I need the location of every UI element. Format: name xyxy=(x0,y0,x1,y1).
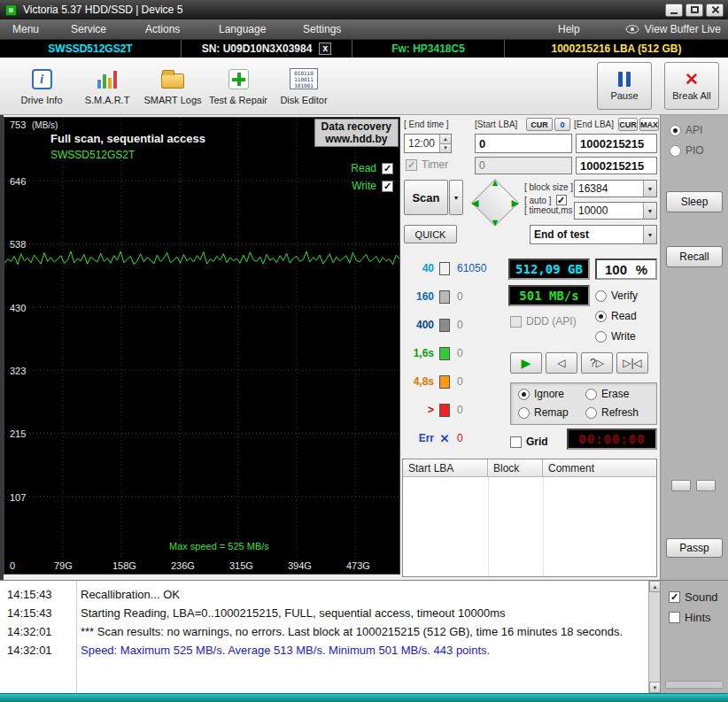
maximize-button[interactable] xyxy=(685,4,703,17)
mini-button-2[interactable] xyxy=(696,480,716,491)
step-back-button[interactable]: ◁ xyxy=(546,352,577,374)
remap-radio-row[interactable]: Remap xyxy=(518,406,569,419)
write-radio[interactable] xyxy=(595,331,607,343)
spin-down-icon[interactable]: ▼ xyxy=(440,143,451,153)
ddd-checkbox[interactable]: ✓ xyxy=(510,316,522,328)
menu-item-help[interactable]: Help xyxy=(558,23,580,35)
sound-checkbox[interactable]: ✓ xyxy=(669,591,680,603)
timer-checkbox-row[interactable]: ✓ Timer xyxy=(406,158,448,171)
grid-checkbox-row[interactable]: ✓ Grid xyxy=(510,436,548,448)
chevron-down-icon[interactable]: ▼ xyxy=(643,181,656,197)
pad-right-icon[interactable]: ▶ xyxy=(512,198,519,208)
max-speed-note: Max speed = 525 MB/s xyxy=(169,541,269,552)
drive-info-button[interactable]: i Drive Info xyxy=(9,60,74,112)
erase-radio[interactable] xyxy=(585,389,597,400)
y-tick: 323 xyxy=(10,366,26,376)
menu-item-service[interactable]: Service xyxy=(71,23,106,35)
minimize-button[interactable] xyxy=(665,4,683,17)
start-lba-input[interactable]: 0 xyxy=(475,134,572,153)
sound-checkbox-row[interactable]: ✓ Sound xyxy=(669,590,718,604)
verify-radio[interactable] xyxy=(595,290,607,302)
speed-display: 501 MB/s xyxy=(508,285,590,306)
seek-ends-button[interactable]: ▷|◁ xyxy=(616,352,648,374)
api-radio[interactable] xyxy=(670,125,681,136)
start-lba-zero-button[interactable]: 0 xyxy=(554,118,570,131)
start-lba-cur-button[interactable]: CUR xyxy=(526,118,553,131)
ignore-radio[interactable] xyxy=(518,389,530,400)
pad-left-icon[interactable]: ◀ xyxy=(471,198,478,208)
read-radio-row[interactable]: Read xyxy=(595,310,637,322)
binary-editor-icon: 010110 110011 101001 xyxy=(290,68,318,89)
navigation-pad[interactable]: ▲ ◀ ▶ ▼ xyxy=(468,175,523,230)
auto-checkbox-row[interactable]: [ auto ] ✓ xyxy=(524,195,567,205)
scan-dropdown-button[interactable]: ▼ xyxy=(449,180,463,215)
recall-button[interactable]: Recall xyxy=(666,246,723,267)
scan-button[interactable]: Scan xyxy=(404,180,448,215)
refresh-radio[interactable] xyxy=(585,407,597,419)
pad-up-icon[interactable]: ▲ xyxy=(491,178,500,188)
quick-button[interactable]: QUICK xyxy=(404,225,457,243)
defect-table[interactable]: Start LBA Block Comment xyxy=(402,459,657,577)
auto-checkbox[interactable]: ✓ xyxy=(556,195,567,205)
end-time-spinner[interactable]: 12:00 ▲ ▼ xyxy=(404,134,452,153)
smart-logs-button[interactable]: SMART Logs xyxy=(140,60,205,112)
erase-radio-row[interactable]: Erase xyxy=(585,388,629,400)
menu-item-menu[interactable]: Menu xyxy=(12,23,39,35)
disk-editor-button[interactable]: 010110 110011 101001 Disk Editor xyxy=(271,60,337,112)
api-radio-row[interactable]: API xyxy=(670,124,702,136)
timer-label: Timer xyxy=(422,158,448,171)
end-lba-cur-button[interactable]: CUR xyxy=(618,118,638,131)
break-all-button[interactable]: ✕ Break All xyxy=(664,62,719,110)
menu-item-actions[interactable]: Actions xyxy=(145,23,180,35)
sleep-button[interactable]: Sleep xyxy=(666,191,723,212)
column-comment[interactable]: Comment xyxy=(543,459,656,477)
title-bar[interactable]: Victoria 5.37 HDD/SSD | Device 5 xyxy=(0,0,728,19)
close-button[interactable] xyxy=(706,4,724,17)
remap-radio[interactable] xyxy=(518,407,530,419)
chevron-down-icon[interactable]: ▼ xyxy=(643,226,656,243)
pio-radio[interactable] xyxy=(670,145,681,157)
menu-item-language[interactable]: Language xyxy=(219,23,266,35)
seek-question-button[interactable]: ?▷ xyxy=(581,352,613,374)
write-radio-row[interactable]: Write xyxy=(595,330,636,343)
write-checkbox-row[interactable]: Write ✓ xyxy=(352,180,393,192)
read-radio[interactable] xyxy=(595,311,607,322)
spin-up-icon[interactable]: ▲ xyxy=(440,135,451,143)
pause-button[interactable]: Pause xyxy=(597,62,652,110)
pad-down-icon[interactable]: ▼ xyxy=(491,218,500,228)
chevron-down-icon[interactable]: ▼ xyxy=(643,203,656,219)
device-close-button[interactable]: x xyxy=(319,42,331,55)
smart-button[interactable]: S.M.A.R.T xyxy=(74,60,140,112)
test-repair-button[interactable]: Test & Repair xyxy=(205,60,271,112)
refresh-radio-row[interactable]: Refresh xyxy=(585,406,639,419)
timeout-combo[interactable]: 10000 ▼ xyxy=(574,202,657,220)
end-lba-max-button[interactable]: MAX xyxy=(639,118,659,131)
column-start-lba[interactable]: Start LBA xyxy=(403,459,488,477)
grid-checkbox[interactable]: ✓ xyxy=(510,436,522,448)
write-checkbox[interactable]: ✓ xyxy=(382,181,393,192)
block-size-combo[interactable]: 16384 ▼ xyxy=(574,180,657,197)
data-recovery-badge: Data recovery www.hdd.by xyxy=(314,119,399,147)
menu-item-settings[interactable]: Settings xyxy=(303,23,341,35)
ddd-checkbox-row[interactable]: ✓ DDD (API) xyxy=(510,315,577,328)
hints-checkbox[interactable]: ✓ xyxy=(669,612,680,623)
view-buffer-live-button[interactable]: View Buffer Live xyxy=(625,19,721,39)
hints-checkbox-row[interactable]: ✓ Hints xyxy=(669,611,711,624)
log-scrollbar[interactable]: ▲ ▼ xyxy=(648,581,660,693)
folder-icon xyxy=(161,73,184,89)
read-checkbox-row[interactable]: Read ✓ xyxy=(351,162,393,174)
ignore-radio-row[interactable]: Ignore xyxy=(518,388,564,400)
end-lba-input[interactable]: 1000215215 xyxy=(576,134,657,153)
verify-radio-row[interactable]: Verify xyxy=(595,289,638,302)
smart-label: S.M.A.R.T xyxy=(85,95,130,105)
mini-button-1[interactable] xyxy=(671,480,691,491)
passp-button[interactable]: Passp xyxy=(666,538,723,558)
read-checkbox[interactable]: ✓ xyxy=(382,163,393,174)
column-block[interactable]: Block xyxy=(488,459,543,477)
timer-checkbox[interactable]: ✓ xyxy=(406,159,417,171)
pio-radio-row[interactable]: PIO xyxy=(670,144,704,157)
play-button[interactable]: ▶ xyxy=(510,352,542,374)
horizontal-scrollbar[interactable] xyxy=(665,681,724,689)
eye-icon xyxy=(625,25,639,34)
end-of-test-combo[interactable]: End of test ▼ xyxy=(530,225,657,244)
